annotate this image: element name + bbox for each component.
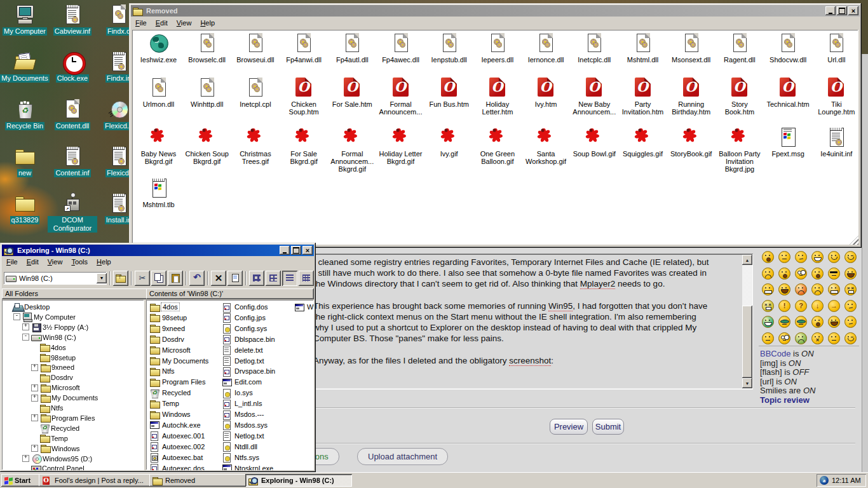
file-item-netlog-txt[interactable]: Netlog.txt: [222, 431, 265, 441]
file-item-98setup[interactable]: 98setup: [149, 313, 188, 323]
file-item-windows[interactable]: Windows: [149, 409, 192, 419]
tree-item-control-panel[interactable]: Control Panel: [22, 463, 85, 470]
textarea-scrollbar[interactable]: ▲ ▼: [742, 255, 752, 388]
preview-button[interactable]: Preview: [550, 419, 588, 435]
file-item-ntfs-sys[interactable]: Ntfs.sys: [222, 452, 261, 463]
tree-item-windows95-d-[interactable]: +Windows95 (D:): [22, 454, 92, 464]
tree-item-recycled[interactable]: ♻Recycled: [31, 423, 79, 433]
close-button[interactable]: ×: [848, 6, 858, 15]
file-item-config-sys[interactable]: Config.sys: [222, 323, 268, 334]
file-item-my-documents[interactable]: My Documents: [149, 356, 210, 366]
expander-icon[interactable]: +: [22, 455, 29, 462]
file-icon[interactable]: Holiday Letter Bkgrd.gif: [377, 126, 424, 165]
list-view-button[interactable]: [282, 271, 297, 286]
expander-icon[interactable]: +: [22, 323, 29, 330]
file-icon[interactable]: ONew Baby Announcem...: [571, 77, 618, 116]
desktop-icon-new[interactable]: new: [0, 146, 50, 177]
copy-button[interactable]: [151, 271, 166, 286]
file-item-ntoskrnl-exe[interactable]: Ntoskrnl.exe: [222, 463, 275, 471]
file-item-l-intl-nls[interactable]: L_intl.nls: [222, 398, 263, 409]
file-icon[interactable]: Mshtml.tlb: [135, 177, 182, 208]
menu-edit[interactable]: Edit: [22, 257, 43, 267]
smiley-icon[interactable]: [778, 283, 790, 295]
menu-view[interactable]: View: [43, 257, 67, 267]
smiley-icon[interactable]: [844, 251, 857, 263]
topic-review-link[interactable]: Topic review: [760, 395, 810, 405]
smiley-icon[interactable]: [828, 332, 840, 344]
smiley-icon[interactable]: !: [778, 300, 790, 312]
tree-item-4dos[interactable]: 4dos: [31, 342, 66, 353]
tree-item-desktop[interactable]: Desktop: [4, 302, 50, 312]
file-icon[interactable]: OFormal Announcem...: [377, 77, 424, 116]
tree-item-my-computer[interactable]: -My Computer: [13, 312, 76, 322]
file-icon[interactable]: Christmas Trees.gif: [231, 126, 279, 165]
smiley-icon[interactable]: [778, 332, 790, 344]
tree-item-dosdrv[interactable]: Dosdrv: [31, 372, 73, 383]
file-icon[interactable]: Baby News Bkgrd.gif: [135, 126, 182, 165]
smiley-icon[interactable]: [778, 251, 790, 263]
desktop-icon-my-computer[interactable]: My Computer: [0, 4, 50, 36]
file-icon[interactable]: Fp4awec.dll: [377, 32, 424, 64]
smiley-icon[interactable]: [844, 316, 857, 328]
cut-button[interactable]: ✂: [135, 271, 150, 286]
file-icon[interactable]: Ie4uinit.inf: [813, 126, 858, 158]
file-icon[interactable]: OFun Bus.htm: [425, 77, 473, 108]
scroll-thumb[interactable]: [742, 306, 752, 378]
smiley-icon[interactable]: [778, 268, 790, 280]
file-icon[interactable]: OStory Book.htm: [715, 77, 763, 116]
smiley-icon[interactable]: [844, 332, 857, 344]
taskbar-button-fool-s-design-post-a-rep[interactable]: OFool's design | Post a reply...: [39, 474, 152, 487]
tree-item-windows[interactable]: +Windows: [31, 444, 80, 454]
scroll-up-button[interactable]: ▲: [742, 255, 752, 265]
file-item-ntdll-dll[interactable]: Ntdll.dll: [222, 442, 259, 452]
tree-item-3-floppy-a-[interactable]: +3½ Floppy (A:): [22, 322, 88, 332]
file-icon[interactable]: StoryBook.gif: [667, 126, 715, 158]
smiley-icon[interactable]: [762, 316, 774, 328]
removed-titlebar[interactable]: Removed ×: [131, 5, 860, 17]
smiley-icon[interactable]: [844, 300, 857, 312]
file-icon[interactable]: Soup Bowl.gif: [571, 126, 618, 158]
undo-button[interactable]: ↶: [189, 271, 205, 286]
file-item-msdos-sys[interactable]: Msdos.sys: [222, 420, 269, 430]
smiley-icon[interactable]: [795, 316, 807, 328]
expander-icon[interactable]: +: [31, 384, 38, 391]
paste-button[interactable]: [168, 271, 183, 286]
smiley-icon[interactable]: [844, 268, 857, 280]
tree-item-win98-c-[interactable]: -Win98 (C:): [22, 332, 76, 342]
file-item-autoexec-dos[interactable]: Autoexec.dos: [149, 463, 206, 471]
scroll-down-button[interactable]: ▼: [742, 378, 752, 388]
smiley-icon[interactable]: [795, 332, 807, 344]
file-item-config-jps[interactable]: Config.jps: [222, 313, 267, 323]
file-icon[interactable]: Ienpstub.dll: [425, 32, 473, 64]
file-item-recycled[interactable]: ♻Recycled: [149, 388, 192, 398]
submit-button[interactable]: Submit: [592, 419, 624, 435]
smiley-icon[interactable]: [762, 332, 774, 344]
file-icon[interactable]: Formal Announcem... Bkgrd.gif: [329, 126, 376, 173]
smiley-icon[interactable]: [795, 251, 807, 263]
menu-file[interactable]: File: [131, 18, 151, 28]
smiley-icon[interactable]: →: [828, 300, 840, 312]
desktop-icon-cabview-inf[interactable]: Cabview.inf: [48, 4, 97, 36]
file-item-autoexec-002[interactable]: Autoexec.002: [149, 442, 206, 452]
file-icon[interactable]: Msonsext.dll: [667, 32, 715, 64]
desktop-icon-q313829[interactable]: q313829: [0, 193, 50, 224]
file-icon[interactable]: Fpext.msg: [764, 126, 812, 158]
file-item-detlog-txt[interactable]: Detlog.txt: [222, 356, 265, 366]
file-item-program-files[interactable]: Program Files: [149, 377, 207, 387]
tray-app-icon[interactable]: a: [820, 476, 829, 485]
tree-item-temp[interactable]: Temp: [31, 433, 68, 444]
file-icon[interactable]: OFor Sale.htm: [329, 77, 376, 108]
file-item-drvspace-bin[interactable]: Drvspace.bin: [222, 366, 276, 376]
large-icons-button[interactable]: [249, 271, 264, 286]
file-item-ntfs[interactable]: Ntfs: [149, 366, 176, 376]
desktop-icon-content-inf[interactable]: Content.inf: [48, 146, 97, 177]
smiley-icon[interactable]: [811, 283, 824, 295]
menu-help[interactable]: Help: [196, 18, 219, 28]
desktop-icon-dcom-configurator[interactable]: ↗DCOM Configurator: [48, 193, 97, 233]
file-icon[interactable]: Inetcpl.cpl: [231, 77, 279, 108]
start-button[interactable]: Start: [1, 474, 41, 487]
delete-button[interactable]: ✕: [211, 271, 226, 286]
smiley-icon[interactable]: [762, 251, 774, 263]
file-icon[interactable]: Ragent.dll: [715, 32, 763, 64]
file-icon[interactable]: Ieshwiz.exe: [135, 32, 182, 64]
